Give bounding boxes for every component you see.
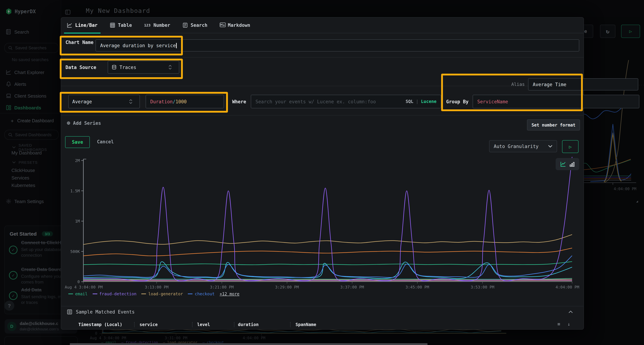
- column-separator: [192, 322, 192, 327]
- series-line-other-6: [83, 281, 572, 281]
- y-axis-tick-label: 0: [78, 280, 80, 284]
- y-axis-tick-label: 2M: [75, 158, 80, 163]
- legend-color-dash: [68, 294, 73, 294]
- y-axis-tick-label: 1.5M: [70, 189, 80, 193]
- series-line-fraud-detection: [83, 157, 572, 281]
- legend-color-dash: [92, 294, 97, 294]
- column-separator: [290, 322, 290, 327]
- column-header-service[interactable]: service: [140, 322, 158, 327]
- x-axis-tick-label: Aug 4 3:04:00 PM: [65, 285, 103, 289]
- x-axis-tick-label: 3:53:00 PM: [471, 285, 494, 289]
- x-axis-tick-label: 3:37:00 PM: [340, 285, 364, 289]
- x-axis-tick-label: 3:13:00 PM: [145, 285, 168, 289]
- timeseries-chart[interactable]: 0500K1M1.5M2MAug 4 3:04:00 PM3:13:00 PM3…: [61, 17, 584, 300]
- legend-more-link[interactable]: +12 more: [220, 291, 240, 296]
- divider: [61, 306, 584, 306]
- collapse-section-icon[interactable]: [568, 311, 573, 313]
- line-chart-icon: [560, 161, 566, 167]
- download-icon[interactable]: ↓: [568, 322, 570, 327]
- legend-item[interactable]: load-generator: [142, 291, 183, 296]
- x-axis-tick-label: 3:29:00 PM: [275, 285, 299, 289]
- column-header-level[interactable]: level: [197, 322, 210, 327]
- filter-icon[interactable]: ≡: [558, 322, 560, 327]
- series-line-other-5: [83, 280, 572, 281]
- column-header-spanname[interactable]: SpanName: [296, 322, 316, 327]
- sample-events-header[interactable]: Sample Matched Events: [67, 309, 135, 315]
- x-axis-tick-label: 3:21:00 PM: [210, 285, 234, 289]
- bar-chart-icon: [570, 161, 574, 167]
- list-icon: [67, 309, 72, 315]
- chart-legend: email fraud-detection load-generator che…: [68, 291, 239, 296]
- column-header-timestamp[interactable]: Timestamp (Local): [78, 322, 122, 327]
- column-separator: [234, 322, 234, 327]
- x-axis-tick-label: 3:45:00 PM: [406, 285, 429, 289]
- legend-item[interactable]: fraud-detection: [92, 291, 136, 296]
- column-header-duration[interactable]: duration: [238, 322, 259, 327]
- y-axis-tick-label: 500K: [70, 249, 80, 254]
- app-viewport: My New Dashboard Save ↻ ▷ HyperDX Search…: [0, 0, 644, 345]
- chart-editor-modal: Line/Bar Table 123 Number Search Markdow…: [61, 17, 584, 330]
- legend-color-dash: [188, 294, 193, 294]
- legend-color-dash: [142, 294, 146, 294]
- column-separator: [134, 322, 134, 327]
- chart-display-toggle[interactable]: [556, 158, 579, 170]
- series-line-other-3: [83, 278, 572, 279]
- legend-item[interactable]: email: [68, 291, 88, 296]
- x-axis-tick-label: 4:04:00 PM: [556, 285, 579, 289]
- legend-item[interactable]: checkout: [188, 291, 215, 296]
- series-line-load-generator: [83, 235, 572, 244]
- y-axis-tick-label: 1M: [75, 219, 80, 223]
